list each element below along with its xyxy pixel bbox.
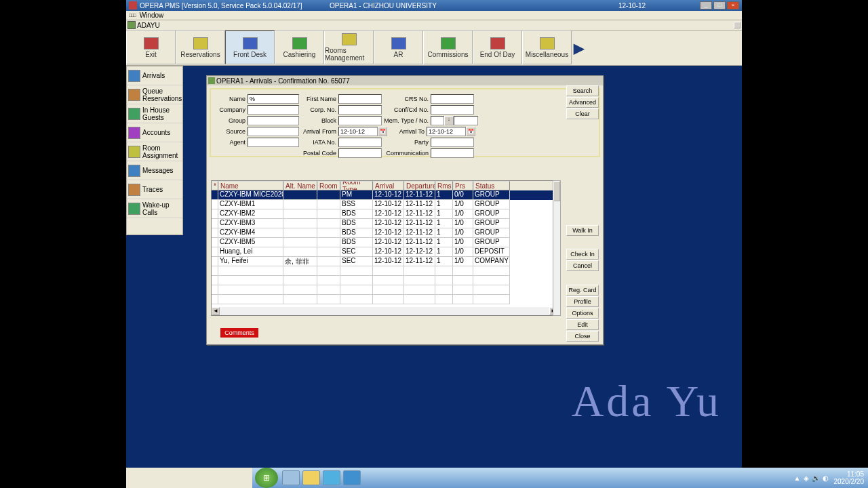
table-row[interactable]: CZXY-IBM MICE202009PM12-10-1212-11-1210/… xyxy=(212,190,557,200)
input-memtype[interactable] xyxy=(431,116,444,125)
input-arrfrom[interactable] xyxy=(338,127,378,136)
profile-button[interactable]: Profile xyxy=(566,296,599,307)
toolbar-rooms-management[interactable]: Rooms Management xyxy=(324,30,374,64)
col-header[interactable]: Status xyxy=(473,181,510,190)
input-comm[interactable] xyxy=(431,148,474,158)
options-button[interactable]: Options xyxy=(566,308,599,319)
input-postal[interactable] xyxy=(338,148,382,158)
sidebar-item-traces[interactable]: Traces xyxy=(127,180,182,199)
taskbar-app-4[interactable] xyxy=(343,470,361,485)
col-header[interactable]: Arrival xyxy=(373,181,404,190)
tray-vol-icon[interactable]: 🔊 xyxy=(812,474,820,482)
arrivals-grid[interactable]: *NameAlt. NameRoomRoom TypeArrivalDepart… xyxy=(211,180,558,316)
toolbar-reservations[interactable]: Reservations xyxy=(176,30,225,64)
table-row[interactable]: CZXY-IBM5BDS12-10-1212-11-1211/0GROUP xyxy=(212,238,557,247)
systray[interactable]: ▲ ◈ 🔊 ◐ 11:05 2020/2/20 xyxy=(793,470,868,485)
table-row[interactable]: Yu, Feifei余, 菲菲SEC12-10-1212-11-1211/0CO… xyxy=(212,257,557,266)
col-header[interactable]: Room xyxy=(317,181,340,190)
input-company[interactable] xyxy=(248,105,299,115)
toolbar-scroll-right-icon[interactable]: ▶ xyxy=(572,30,585,65)
cell: GROUP xyxy=(473,219,510,228)
grid-hscroll[interactable]: ◄ ► xyxy=(212,307,557,315)
grid-vscroll[interactable] xyxy=(553,180,561,316)
col-header[interactable]: Prs xyxy=(453,181,473,190)
table-row[interactable]: CZXY-IBM3BDS12-10-1212-11-1211/0GROUP xyxy=(212,219,557,228)
sidebar-item-accounts[interactable]: Accounts xyxy=(127,123,182,142)
sidebar-item-room-assignment[interactable]: Room Assignment xyxy=(127,142,182,161)
start-button[interactable]: ⊞ xyxy=(255,468,278,488)
input-group[interactable] xyxy=(248,116,299,125)
taskbar-app-1[interactable] xyxy=(282,470,300,485)
menu-window[interactable]: Window xyxy=(140,12,164,19)
toolbar-front-desk[interactable]: Front Desk xyxy=(225,30,275,64)
regcard-button[interactable]: Reg. Card xyxy=(566,285,599,296)
input-party[interactable] xyxy=(431,138,474,147)
toolbar-end-of-day[interactable]: End Of Day xyxy=(473,30,522,64)
advanced-button[interactable]: Advanced xyxy=(566,97,599,108)
calendar-to-icon[interactable]: 📅 xyxy=(466,127,475,136)
table-row[interactable]: CZXY-IBM2BDS12-10-1212-11-1211/0GROUP xyxy=(212,209,557,219)
toolbar-cashiering[interactable]: Cashiering xyxy=(275,30,324,64)
clear-button[interactable]: Clear xyxy=(566,108,599,119)
checkin-button[interactable]: Check In xyxy=(566,249,599,260)
col-header[interactable]: Name xyxy=(218,181,283,190)
search-button[interactable]: Search xyxy=(566,85,599,96)
cancel-button[interactable]: Cancel xyxy=(566,260,599,271)
toolbar-exit[interactable]: Exit xyxy=(126,30,176,64)
scroll-left-icon[interactable]: ◄ xyxy=(212,307,220,315)
sidebar-item-arrivals[interactable]: Arrivals xyxy=(127,66,182,85)
table-row[interactable]: CZXY-IBM4BDS12-10-1212-11-1211/0GROUP xyxy=(212,228,557,238)
input-agent[interactable] xyxy=(248,138,299,147)
col-header[interactable]: Departure xyxy=(404,181,435,190)
cell: 12-10-12 xyxy=(373,209,404,219)
cell: 1 xyxy=(435,257,453,266)
input-iata[interactable] xyxy=(338,138,382,147)
mdi-restore-icon[interactable] xyxy=(734,22,741,28)
clock[interactable]: 11:05 2020/2/20 xyxy=(834,470,865,485)
titlebar: OPERA PMS [Version 5.0, Service Pack 5.0… xyxy=(126,0,742,11)
table-row[interactable]: Huang, LeiSEC12-10-1212-12-1211/0DEPOSIT xyxy=(212,247,557,257)
table-row[interactable]: CZXY-IBM1BSS12-10-1212-11-1211/0GROUP xyxy=(212,200,557,209)
walkin-button[interactable]: Walk In xyxy=(566,225,599,236)
mdi-icons[interactable]: □□□ xyxy=(129,13,136,18)
taskbar-app-3[interactable] xyxy=(323,470,340,485)
toolbar-commissions[interactable]: Commissions xyxy=(423,30,473,64)
lbl-crsno: CRS No. xyxy=(382,96,431,102)
minimize-button[interactable]: _ xyxy=(700,1,712,9)
lbl-comm: Communication xyxy=(382,150,431,157)
taskbar[interactable]: ⊞ ▲ ◈ 🔊 ◐ 11:05 2020/2/20 xyxy=(252,468,868,488)
input-corpno[interactable] xyxy=(338,105,382,115)
input-confcxl[interactable] xyxy=(431,105,474,115)
memtype-dropdown-icon[interactable]: ↓ xyxy=(444,116,454,125)
tray-flag-icon[interactable]: ▲ xyxy=(794,474,801,482)
col-header[interactable]: Alt. Name xyxy=(283,181,317,190)
cell xyxy=(283,209,317,219)
input-crsno[interactable] xyxy=(431,94,474,104)
edit-button[interactable]: Edit xyxy=(566,319,599,330)
calendar-from-icon[interactable]: 📅 xyxy=(378,127,387,136)
close-button2[interactable]: Close xyxy=(566,331,599,342)
toolbar-miscellaneous[interactable]: Miscellaneous xyxy=(522,30,572,64)
sidebar-item-queue-reservations[interactable]: Queue Reservations xyxy=(127,85,182,104)
cell: 1 xyxy=(435,247,453,257)
input-firstname[interactable] xyxy=(338,94,382,104)
input-memno[interactable] xyxy=(454,116,478,125)
col-header[interactable]: Room Type xyxy=(340,181,373,190)
tray-net-icon[interactable]: ◈ xyxy=(804,474,809,482)
input-name[interactable] xyxy=(248,94,299,104)
sidebar-item-messages[interactable]: Messages xyxy=(127,161,182,180)
comments-button[interactable]: Comments xyxy=(220,328,258,338)
col-header[interactable]: * xyxy=(212,181,218,190)
col-header[interactable]: Rms xyxy=(435,181,453,190)
sidebar-item-in-house-guests[interactable]: In House Guests xyxy=(127,104,182,123)
grid-body[interactable]: CZXY-IBM MICE202009PM12-10-1212-11-1210/… xyxy=(212,190,557,306)
tray-misc-icon[interactable]: ◐ xyxy=(823,474,829,482)
input-block[interactable] xyxy=(338,116,382,125)
sidebar-item-wake-up-calls[interactable]: Wake-up Calls xyxy=(127,199,182,218)
toolbar-ar[interactable]: AR xyxy=(374,30,423,64)
close-button[interactable]: × xyxy=(727,1,739,9)
input-source[interactable] xyxy=(248,127,299,136)
input-arrto[interactable] xyxy=(427,127,466,136)
taskbar-app-2[interactable] xyxy=(302,470,320,485)
maximize-button[interactable]: □ xyxy=(713,1,726,9)
